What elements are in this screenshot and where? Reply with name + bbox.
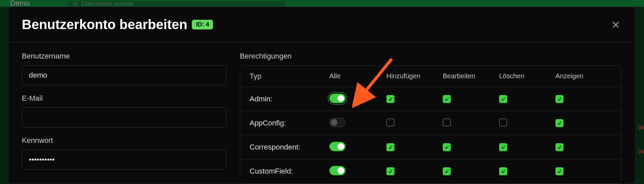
permission-delete-checkbox[interactable] (499, 167, 507, 175)
permission-edit-checkbox[interactable] (443, 143, 451, 151)
username-input[interactable] (22, 65, 226, 85)
edit-user-modal: Benutzerkonto bearbeiten ID: 4 Benutzern… (8, 7, 635, 184)
permission-all-toggle[interactable] (329, 142, 345, 151)
username-label: Benutzername (22, 52, 226, 61)
close-button[interactable] (610, 19, 622, 30)
password-input[interactable] (22, 150, 226, 170)
col-header-delete: Löschen (499, 72, 555, 80)
col-header-add: Hinzufügen (386, 72, 443, 80)
password-label: Kennwort (22, 136, 226, 145)
permissions-header-row: Typ Alle Hinzufügen Bearbeiten Löschen A… (240, 66, 621, 87)
permission-type-label: Correspondent: (250, 143, 329, 152)
permission-delete-checkbox[interactable] (499, 95, 507, 103)
modal-body: Benutzername E-Mail Kennwort Berechtigun… (8, 42, 635, 184)
permission-type-label: AppConfig: (250, 119, 329, 127)
permission-view-checkbox[interactable] (555, 95, 564, 103)
permission-edit-checkbox[interactable] (443, 118, 451, 126)
permissions-section-label: Berechtigungen (240, 52, 622, 61)
modal-title: Benutzerkonto bearbeiten (22, 17, 187, 32)
permission-add-checkbox[interactable] (386, 95, 394, 103)
id-badge: ID: 4 (192, 20, 213, 29)
email-label: E-Mail (22, 94, 226, 103)
permission-delete-checkbox[interactable] (499, 143, 507, 151)
permission-type-label: Admin: (250, 95, 329, 103)
col-header-view: Anzeigen (555, 72, 612, 80)
user-fields-column: Benutzername E-Mail Kennwort (22, 52, 226, 184)
permission-view-checkbox[interactable] (555, 143, 564, 151)
permission-add-checkbox[interactable] (386, 143, 394, 151)
col-header-all: Alle (329, 72, 386, 80)
permission-delete-checkbox[interactable] (499, 118, 507, 126)
permission-view-checkbox[interactable] (555, 167, 564, 175)
permission-row: AppConfig: (240, 111, 621, 135)
permission-add-checkbox[interactable] (386, 118, 394, 126)
permission-add-checkbox[interactable] (386, 167, 394, 175)
bg-list-item: ös (638, 140, 644, 164)
permission-row: Admin: (240, 87, 621, 111)
permissions-column: Berechtigungen Typ Alle Hinzufügen Bearb… (240, 52, 622, 184)
modal-header: Benutzerkonto bearbeiten ID: 4 (8, 7, 635, 42)
permission-row: Correspondent: (240, 135, 621, 159)
col-header-type: Typ (250, 72, 329, 81)
permission-edit-checkbox[interactable] (443, 95, 451, 103)
permission-all-toggle[interactable] (329, 94, 345, 103)
permission-type-label: CustomField: (250, 167, 329, 176)
permission-all-toggle[interactable] (329, 166, 345, 175)
col-header-edit: Bearbeiten (443, 72, 499, 80)
permissions-table: Typ Alle Hinzufügen Bearbeiten Löschen A… (240, 65, 622, 184)
close-icon (611, 20, 621, 29)
bg-list-item: ös (638, 115, 644, 140)
background-list-strip: ös ös (638, 115, 644, 176)
permission-view-checkbox[interactable] (555, 119, 564, 127)
email-input[interactable] (22, 107, 226, 127)
permission-all-toggle[interactable] (329, 118, 345, 127)
permission-row: CustomField: (240, 159, 621, 183)
permission-edit-checkbox[interactable] (443, 167, 451, 175)
